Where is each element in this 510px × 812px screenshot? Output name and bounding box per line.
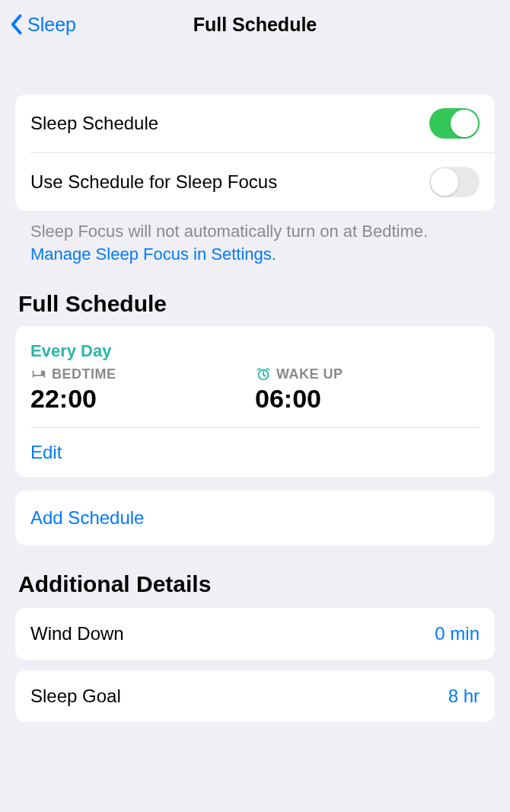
back-button[interactable]: Sleep [9,14,76,36]
sleep-schedule-label: Sleep Schedule [30,113,158,134]
wakeup-label: WAKE UP [276,366,343,382]
bedtime-value: 22:00 [30,384,255,414]
footer-desc: Sleep Focus will not automatically turn … [30,222,428,241]
footer-text: Sleep Focus will not automatically turn … [15,211,495,265]
wind-down-value: 0 min [435,623,480,644]
bedtime-label: BEDTIME [52,366,116,382]
schedule-days: Every Day [30,341,480,361]
wind-down-label: Wind Down [30,623,124,644]
sleep-goal-value: 8 hr [448,686,480,707]
wind-down-row[interactable]: Wind Down 0 min [15,608,495,660]
sleep-goal-row[interactable]: Sleep Goal 8 hr [15,670,495,722]
back-label: Sleep [27,14,76,36]
bedtime-col: BEDTIME 22:00 [30,366,255,414]
alarm-icon [255,366,272,382]
add-schedule-card[interactable]: Add Schedule [15,491,495,545]
chevron-left-icon [9,14,23,35]
wakeup-value: 06:00 [255,384,480,414]
nav-bar: Sleep Full Schedule [0,0,510,49]
edit-button[interactable]: Edit [30,442,480,463]
wakeup-col: WAKE UP 06:00 [255,366,480,414]
sleep-focus-row: Use Schedule for Sleep Focus [15,153,495,211]
manage-sleep-focus-link[interactable]: Manage Sleep Focus in Settings. [30,245,276,264]
sleep-focus-toggle[interactable] [429,167,480,197]
additional-details-header: Additional Details [18,571,495,597]
bed-icon [30,366,47,382]
sleep-goal-label: Sleep Goal [30,686,121,707]
sleep-schedule-toggle[interactable] [429,108,480,139]
sleep-schedule-row: Sleep Schedule [15,94,495,152]
add-schedule-label: Add Schedule [30,507,480,529]
sleep-focus-label: Use Schedule for Sleep Focus [30,171,277,193]
page-title: Full Schedule [0,14,510,36]
toggles-card: Sleep Schedule Use Schedule for Sleep Fo… [15,94,495,211]
schedule-card: Every Day BEDTIME 22:00 WAKE UP 06:00 Ed… [15,326,495,477]
full-schedule-header: Full Schedule [18,291,495,317]
